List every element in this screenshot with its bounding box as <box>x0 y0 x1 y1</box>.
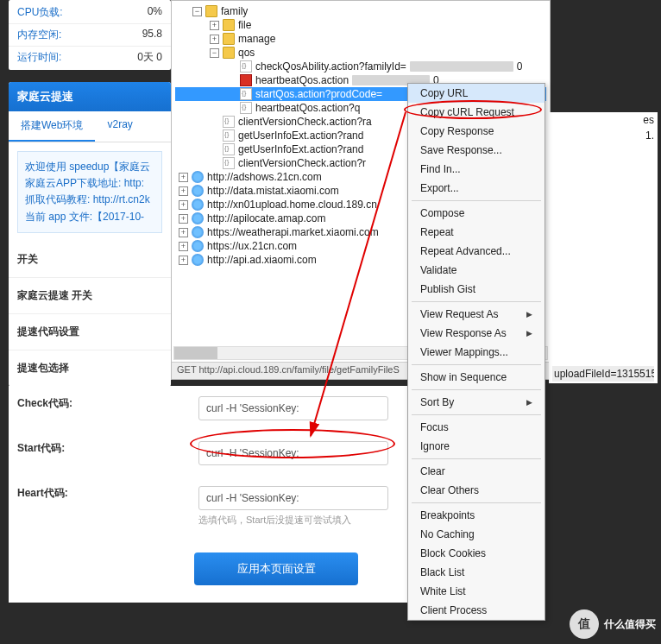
menu-separator <box>412 458 541 459</box>
heart-label: Heart代码: <box>17 486 198 501</box>
expand-icon[interactable]: + <box>179 214 188 224</box>
expand-icon[interactable]: + <box>210 35 219 44</box>
menu-clear-others[interactable]: Clear Others <box>408 481 545 500</box>
globe-icon <box>192 199 204 211</box>
section-switch2: 家庭云提速 开关 <box>9 278 171 314</box>
menu-save-response[interactable]: Save Response... <box>408 141 545 160</box>
expand-icon[interactable]: + <box>179 186 188 196</box>
right-content-strip: es 1. uploadFileId=1315515136171 <box>549 112 658 383</box>
strip-text: 1. <box>552 129 654 142</box>
expand-icon[interactable]: + <box>179 256 188 265</box>
menu-white-list[interactable]: White List <box>408 582 545 601</box>
start-input[interactable] <box>198 441 388 465</box>
info-line: 抓取代码教程: http://rt.cn2k <box>25 192 154 208</box>
strip-uploadid: uploadFileId=1315515136171 <box>552 366 654 382</box>
system-info: CPU负载: 0% 内存空闲: 95.8 运行时间: 0天 0 <box>9 0 171 70</box>
info-line: 当前 app 文件:【2017-10- <box>25 209 154 225</box>
expand-icon[interactable]: + <box>210 21 219 30</box>
json-icon <box>240 60 252 73</box>
tree-node-family[interactable]: −family <box>175 4 546 18</box>
error-icon <box>240 74 252 86</box>
tree-node-file[interactable]: +file <box>175 18 546 32</box>
json-icon <box>240 88 252 100</box>
globe-icon <box>192 226 204 238</box>
menu-no-caching[interactable]: No Caching <box>408 525 545 544</box>
expand-icon[interactable]: + <box>179 228 188 237</box>
menu-block-cookies[interactable]: Block Cookies <box>408 544 545 563</box>
heart-input[interactable] <box>198 486 388 510</box>
speedup-panel: 家庭云提速 搭建Web环境 v2ray 欢迎使用 speedup【家庭云 家庭云… <box>9 82 171 387</box>
uptime-value: 0天 0 <box>137 50 162 65</box>
mem-label: 内存空闲: <box>17 28 61 42</box>
menu-sort-by[interactable]: Sort By▶ <box>408 393 545 412</box>
info-line: 欢迎使用 speedup【家庭云 <box>25 159 154 175</box>
submenu-arrow-icon: ▶ <box>526 310 532 319</box>
globe-icon <box>192 240 204 252</box>
folder-icon <box>205 5 217 17</box>
tree-node-manage[interactable]: +manage <box>175 32 546 46</box>
watermark: 值 什么值得买 <box>570 609 656 639</box>
menu-separator <box>412 364 541 365</box>
menu-repeat[interactable]: Repeat <box>408 223 545 242</box>
info-box: 欢迎使用 speedup【家庭云 家庭云APP下载地址: http: 抓取代码教… <box>17 151 162 233</box>
menu-separator <box>412 389 541 390</box>
menu-copy-curl[interactable]: Copy cURL Request <box>408 103 545 122</box>
uptime-row: 运行时间: 0天 0 <box>9 47 171 68</box>
menu-view-request-as[interactable]: View Request As▶ <box>408 305 545 324</box>
menu-find-in[interactable]: Find In... <box>408 160 545 179</box>
mem-row: 内存空闲: 95.8 <box>9 24 171 47</box>
menu-separator <box>412 414 541 415</box>
collapse-icon[interactable]: − <box>210 48 219 58</box>
tab-web[interactable]: 搭建Web环境 <box>9 111 95 142</box>
menu-compose[interactable]: Compose <box>408 204 545 223</box>
globe-icon <box>192 212 204 224</box>
menu-copy-response[interactable]: Copy Response <box>408 122 545 141</box>
menu-separator <box>412 200 541 201</box>
menu-copy-url[interactable]: Copy URL <box>408 84 545 103</box>
uptime-label: 运行时间: <box>17 50 61 65</box>
globe-icon <box>192 185 204 197</box>
menu-black-list[interactable]: Black List <box>408 563 545 582</box>
menu-separator <box>412 502 541 503</box>
expand-icon[interactable]: + <box>179 200 188 210</box>
cpu-value: 0% <box>148 5 162 20</box>
folder-icon <box>223 33 235 45</box>
submenu-arrow-icon: ▶ <box>526 398 532 407</box>
collapse-icon[interactable]: − <box>192 7 202 16</box>
menu-validate[interactable]: Validate <box>408 261 545 280</box>
panel-title: 家庭云提速 <box>9 82 171 111</box>
json-icon <box>223 143 235 155</box>
json-icon <box>240 102 252 114</box>
expand-icon[interactable]: + <box>179 173 188 182</box>
check-input[interactable] <box>198 396 388 420</box>
menu-breakpoints[interactable]: Breakpoints <box>408 506 545 525</box>
watermark-text: 什么值得买 <box>604 617 656 632</box>
menu-client-process[interactable]: Client Process <box>408 601 545 620</box>
menu-focus[interactable]: Focus <box>408 418 545 437</box>
apply-button[interactable]: 应用本页面设置 <box>194 552 358 585</box>
scroll-thumb[interactable] <box>174 347 217 359</box>
folder-icon <box>223 19 235 31</box>
panel-tabs: 搭建Web环境 v2ray <box>9 111 171 142</box>
menu-viewer-mappings[interactable]: Viewer Mappings... <box>408 343 545 362</box>
expand-icon[interactable]: + <box>179 242 188 251</box>
menu-separator <box>412 301 541 302</box>
tree-node-qos[interactable]: −qos <box>175 46 546 60</box>
info-line: 家庭云APP下载地址: http: <box>25 175 154 192</box>
section-codeset: 提速代码设置 <box>9 314 171 350</box>
watermark-badge-icon: 值 <box>570 609 599 639</box>
folder-icon <box>223 47 235 59</box>
tree-leaf-checkqos[interactable]: checkQosAbility.action?familyId=0 <box>175 60 546 73</box>
json-icon <box>223 116 235 128</box>
json-icon <box>223 129 235 142</box>
menu-publish-gist[interactable]: Publish Gist <box>408 280 545 299</box>
menu-view-response-as[interactable]: View Response As▶ <box>408 324 545 343</box>
menu-repeat-advanced[interactable]: Repeat Advanced... <box>408 242 545 261</box>
menu-show-in-sequence[interactable]: Show in Sequence <box>408 368 545 387</box>
menu-export[interactable]: Export... <box>408 179 545 198</box>
globe-icon <box>192 254 204 266</box>
tab-v2ray[interactable]: v2ray <box>95 111 144 142</box>
section-switch: 开关 <box>9 242 171 278</box>
menu-ignore[interactable]: Ignore <box>408 437 545 456</box>
menu-clear[interactable]: Clear <box>408 462 545 481</box>
